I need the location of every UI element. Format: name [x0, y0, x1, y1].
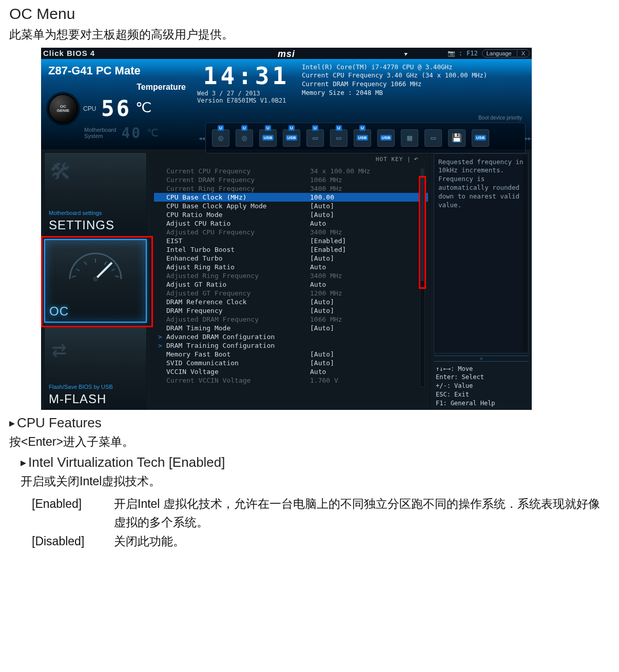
boot-device-floppy-icon[interactable]: 💾: [448, 129, 466, 147]
scrollbar[interactable]: [420, 167, 425, 387]
setting-key: Current Ring Frequency: [166, 184, 310, 193]
setting-key: DRAM Timing Mode: [166, 324, 310, 332]
setting-value: 3400 MHz: [310, 184, 342, 193]
page-title: OC Menu: [9, 5, 610, 23]
setting-row[interactable]: EIST[Enabled]: [154, 236, 428, 245]
boot-device-hdd-icon[interactable]: ▭: [424, 129, 442, 147]
setting-key: DRAM Frequency: [166, 306, 310, 315]
boot-device-hdd-icon[interactable]: U▭: [306, 129, 324, 147]
bios-screenshot: Click BIOS 4 msi 📷 : F12 Language X ➤ Z8…: [41, 48, 532, 410]
sidebar-tile-settings[interactable]: 🛠 Motherboard settings SETTINGS: [44, 152, 147, 236]
setting-key: Adjust Ring Ratio: [166, 263, 310, 271]
setting-value: [Auto]: [310, 202, 334, 210]
setting-row[interactable]: DRAM Reference Clock[Auto]: [154, 298, 428, 306]
usb-icon: ⇄: [52, 334, 67, 363]
boot-device-usb-icon[interactable]: UUSB: [283, 129, 300, 147]
setting-row[interactable]: Adjust CPU RatioAuto: [154, 219, 428, 228]
boot-device-usb-icon[interactable]: USB: [377, 129, 395, 147]
setting-row[interactable]: Adjust GT RatioAuto: [154, 280, 428, 289]
setting-value: [Auto]: [310, 350, 334, 359]
wrench-hammer-icon: 🛠: [50, 159, 71, 184]
setting-row[interactable]: DRAM Frequency[Auto]: [154, 306, 428, 315]
degree-icon: ℃: [147, 127, 158, 139]
setting-value: [Auto]: [310, 324, 334, 332]
oc-genie-button[interactable]: OCGENIE: [48, 94, 78, 124]
help-panel: Requested frequency in 10kHz increments.…: [434, 153, 529, 353]
bios-brand: Click BIOS 4: [43, 49, 95, 57]
svg-point-1: [93, 276, 98, 282]
boot-device-usb-icon[interactable]: USB: [472, 129, 489, 147]
temperature-heading: Temperature: [48, 83, 190, 92]
chevron-left-icon[interactable]: ◀◀: [199, 135, 205, 141]
tile-title: OC: [49, 304, 69, 319]
setting-value: 1066 MHz: [310, 175, 342, 184]
setting-row[interactable]: Intel Turbo Boost[Enabled]: [154, 245, 428, 254]
setting-value: 1.760 V: [310, 376, 338, 385]
language-button[interactable]: Language X: [482, 49, 530, 57]
boot-device-network-icon[interactable]: ▦: [401, 129, 418, 147]
setting-value: [Auto]: [310, 359, 334, 367]
virt-desc: 开启或关闭Intel虚拟技术。: [21, 472, 610, 490]
boot-priority-bar[interactable]: Boot device priority ◀◀ U◎ U◎ UUSB UUSB …: [205, 123, 526, 153]
submenu-arrow-icon: >: [158, 332, 162, 341]
camera-icon: 📷 :: [448, 50, 462, 57]
boot-device-hdd-icon[interactable]: U▭: [330, 129, 347, 147]
scrollbar-thumb[interactable]: [421, 168, 424, 281]
setting-value: [Auto]: [310, 254, 334, 263]
settings-list[interactable]: HOT KEY |↶ Current CPU Frequency34 x 100…: [150, 149, 430, 410]
bios-topbar: Click BIOS 4 msi 📷 : F12 Language X ➤: [41, 48, 532, 59]
setting-row[interactable]: CPU Base Clock (MHz)100.00: [154, 193, 428, 202]
sidebar-tile-oc[interactable]: OC: [44, 239, 147, 323]
language-label: Language: [487, 50, 512, 56]
setting-row: Adjusted Ring Frequency3400 MHz: [154, 271, 428, 280]
svg-line-7: [111, 269, 115, 271]
panel-divider: ≡: [434, 355, 529, 362]
board-name: Z87-G41 PC Mate: [48, 64, 190, 77]
scrollbar[interactable]: [523, 156, 527, 351]
setting-value: [Enabled]: [310, 236, 346, 245]
setting-row[interactable]: DRAM Timing Mode[Auto]: [154, 324, 428, 332]
setting-row[interactable]: Adjust Ring RatioAuto: [154, 263, 428, 271]
setting-key: DRAM Reference Clock: [166, 298, 310, 306]
setting-key: SVID Communication: [166, 359, 310, 367]
setting-value: 1066 MHz: [310, 315, 342, 324]
enter-submenu-text: 按<Enter>进入子菜单。: [9, 433, 610, 451]
mb-temp-label: MotherboardSystem: [84, 127, 116, 139]
setting-value: 3400 MHz: [310, 228, 342, 236]
boot-device-cd-icon[interactable]: U◎: [212, 129, 229, 147]
setting-row[interactable]: VCCIN VoltageAuto: [154, 367, 428, 376]
setting-value: Auto: [310, 263, 326, 271]
undo-icon[interactable]: ↶: [414, 154, 419, 163]
svg-line-3: [76, 269, 80, 271]
setting-value: 1200 MHz: [310, 289, 342, 298]
setting-value: Auto: [310, 219, 326, 228]
setting-value: 3400 MHz: [310, 271, 342, 280]
setting-key: VCCIN Voltage: [166, 367, 310, 376]
bios-version: Version E7850IMS V1.0B21: [195, 97, 298, 104]
date: Wed 3 / 27 / 2013: [195, 90, 298, 97]
cursor-icon: ➤: [403, 49, 410, 58]
setting-row[interactable]: Enhanced Turbo[Auto]: [154, 254, 428, 263]
setting-value: Auto: [310, 280, 326, 289]
setting-key: Intel Turbo Boost: [166, 245, 310, 254]
setting-value: 100.00: [310, 193, 334, 202]
setting-row[interactable]: Memory Fast Boot[Auto]: [154, 350, 428, 359]
sidebar-tile-mflash[interactable]: ⇄ Flash/Save BIOS by USB M-FLASH: [44, 326, 147, 409]
boot-device-usb-icon[interactable]: UUSB: [354, 129, 371, 147]
f12-label: F12: [467, 50, 478, 57]
clock: 14:31: [195, 62, 298, 90]
svg-line-0: [95, 263, 112, 279]
chevron-right-icon[interactable]: ▶▶: [525, 135, 531, 141]
setting-row: Current DRAM Frequency1066 MHz: [154, 175, 428, 184]
language-close[interactable]: X: [517, 50, 525, 56]
boot-device-usb-icon[interactable]: UUSB: [259, 129, 277, 147]
setting-row[interactable]: >DRAM Training Configuration: [154, 341, 428, 350]
setting-row[interactable]: CPU Base Clock Apply Mode[Auto]: [154, 202, 428, 210]
setting-row[interactable]: >Advanced DRAM Configuration: [154, 332, 428, 341]
setting-key: Current VCCIN Voltage: [166, 376, 310, 385]
gauge-icon: [65, 248, 126, 284]
boot-device-cd-icon[interactable]: U◎: [236, 129, 253, 147]
setting-row[interactable]: SVID Communication[Auto]: [154, 359, 428, 367]
setting-row[interactable]: CPU Ratio Mode[Auto]: [154, 210, 428, 219]
key-hints: ↑↓←→: Move Enter: Select +/-: Value ESC:…: [431, 362, 532, 410]
